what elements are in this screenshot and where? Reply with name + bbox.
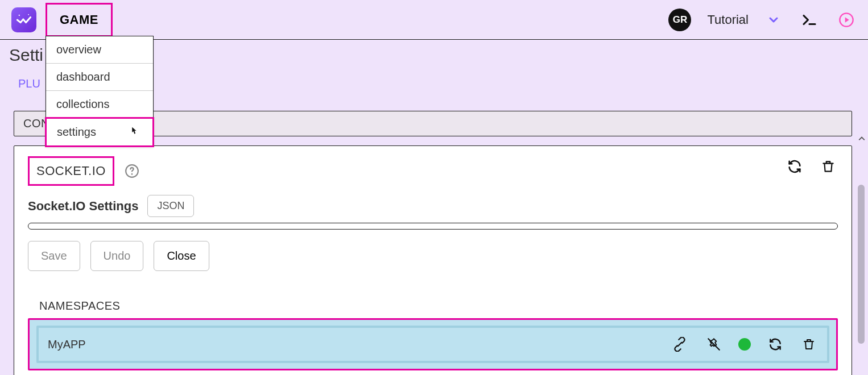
socketio-panel: SOCKET.IO Sock xyxy=(14,145,852,375)
menu-item-label: dashboard xyxy=(56,70,110,83)
settings-form-area[interactable] xyxy=(28,223,838,230)
namespaces-section-label: NAMESPACES xyxy=(39,299,838,312)
close-button-label: Close xyxy=(167,249,196,262)
namespace-row[interactable]: MyAPP xyxy=(28,318,838,370)
save-button[interactable]: Save xyxy=(28,241,80,271)
close-button[interactable]: Close xyxy=(154,241,209,271)
menu-item-label: overview xyxy=(56,43,101,56)
panel-subheading: Socket.IO Settings xyxy=(28,199,138,214)
scrollbar-thumb[interactable] xyxy=(858,185,865,344)
scrollbar[interactable] xyxy=(857,111,867,375)
save-button-label: Save xyxy=(41,249,67,262)
panel-delete-button[interactable] xyxy=(819,156,838,177)
game-menu-label: GAME xyxy=(60,13,98,27)
app-logo[interactable] xyxy=(11,7,36,32)
menu-item-dashboard[interactable]: dashboard xyxy=(46,64,153,91)
user-avatar[interactable]: GR xyxy=(668,9,691,31)
panel-refresh-button[interactable] xyxy=(784,156,805,177)
avatar-initials: GR xyxy=(673,14,688,26)
menu-item-label: settings xyxy=(57,126,96,138)
svg-point-0 xyxy=(19,14,20,15)
namespace-refresh-button[interactable] xyxy=(766,335,785,354)
svg-line-6 xyxy=(708,339,720,350)
terminal-button[interactable] xyxy=(799,9,820,31)
panel-title-text: SOCKET.IO xyxy=(36,164,106,178)
project-dropdown-toggle[interactable] xyxy=(764,11,783,29)
project-name[interactable]: Tutorial xyxy=(707,13,749,27)
namespace-unpin-button[interactable] xyxy=(704,335,724,354)
namespace-connect-button[interactable] xyxy=(670,335,689,354)
socketio-panel-title: SOCKET.IO xyxy=(28,156,114,186)
help-button[interactable] xyxy=(122,161,142,181)
json-view-button[interactable]: JSON xyxy=(147,195,194,217)
tab-label: PLU xyxy=(18,77,40,90)
undo-button[interactable]: Undo xyxy=(90,241,144,271)
namespace-delete-button[interactable] xyxy=(800,335,818,353)
json-button-label: JSON xyxy=(157,200,184,211)
game-menu-dropdown: overview dashboard collections settings xyxy=(46,36,154,147)
svg-point-1 xyxy=(28,14,29,15)
menu-item-label: collections xyxy=(56,98,109,110)
namespace-status-indicator xyxy=(738,338,751,351)
namespace-name: MyAPP xyxy=(48,338,86,351)
menu-item-collections[interactable]: collections xyxy=(46,91,153,118)
play-button[interactable] xyxy=(836,10,857,30)
tab-plugins[interactable]: PLU xyxy=(18,77,40,90)
menu-item-settings[interactable]: settings xyxy=(45,117,154,147)
game-menu-button[interactable]: GAME xyxy=(46,3,113,37)
undo-button-label: Undo xyxy=(104,249,131,262)
cursor-pointer-icon xyxy=(127,126,140,138)
scrollbar-up-icon[interactable] xyxy=(857,134,867,144)
svg-point-5 xyxy=(131,173,133,175)
menu-item-overview[interactable]: overview xyxy=(46,36,153,64)
